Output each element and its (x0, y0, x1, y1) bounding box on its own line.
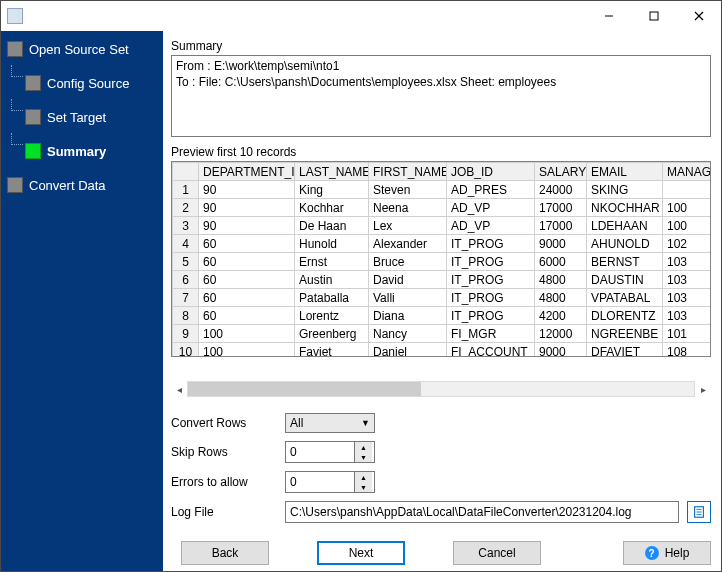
grid-cell[interactable]: 100 (199, 325, 295, 343)
sidebar-item-set-target[interactable]: Set Target (5, 105, 159, 139)
grid-cell[interactable]: Hunold (295, 235, 369, 253)
grid-cell[interactable]: Bruce (369, 253, 447, 271)
scroll-right-icon[interactable]: ▸ (695, 381, 711, 397)
spinner-up-icon[interactable]: ▲ (355, 472, 372, 482)
spinner-down-icon[interactable]: ▼ (355, 482, 372, 492)
grid-header[interactable]: FIRST_NAME (369, 163, 447, 181)
grid-cell[interactable]: DLORENTZ (587, 307, 663, 325)
grid-cell[interactable]: 60 (199, 271, 295, 289)
sidebar-item-convert-data[interactable]: Convert Data (5, 173, 159, 207)
grid-cell[interactable]: Greenberg (295, 325, 369, 343)
convert-rows-select[interactable]: All ▼ (285, 413, 375, 433)
grid-horizontal-scrollbar[interactable]: ◂ ▸ (171, 381, 711, 397)
grid-cell[interactable]: Pataballa (295, 289, 369, 307)
grid-cell[interactable]: Valli (369, 289, 447, 307)
grid-cell[interactable]: 60 (199, 235, 295, 253)
grid-header[interactable]: LAST_NAME (295, 163, 369, 181)
grid-cell[interactable]: AHUNOLD (587, 235, 663, 253)
grid-cell[interactable]: AD_PRES (447, 181, 535, 199)
grid-cell[interactable]: 4800 (535, 271, 587, 289)
grid-cell[interactable]: SKING (587, 181, 663, 199)
errors-input[interactable] (286, 472, 354, 492)
grid-cell[interactable]: 60 (199, 253, 295, 271)
grid-cell[interactable]: 102 (663, 235, 712, 253)
table-row[interactable]: 760PataballaValliIT_PROG4800VPATABAL103 (173, 289, 712, 307)
grid-cell[interactable]: 12000 (535, 325, 587, 343)
cancel-button[interactable]: Cancel (453, 541, 541, 565)
grid-cell[interactable]: Lorentz (295, 307, 369, 325)
grid-cell[interactable]: Diana (369, 307, 447, 325)
grid-cell[interactable]: 17000 (535, 199, 587, 217)
errors-spinner[interactable]: ▲ ▼ (285, 471, 375, 493)
grid-cell[interactable]: DAUSTIN (587, 271, 663, 289)
window-maximize-button[interactable] (631, 1, 676, 31)
grid-cell[interactable]: IT_PROG (447, 253, 535, 271)
window-minimize-button[interactable] (586, 1, 631, 31)
grid-header[interactable]: DEPARTMENT_ID (199, 163, 295, 181)
grid-cell[interactable]: IT_PROG (447, 271, 535, 289)
table-row[interactable]: 860LorentzDianaIT_PROG4200DLORENTZ103 (173, 307, 712, 325)
spinner-down-icon[interactable]: ▼ (355, 452, 372, 462)
grid-cell[interactable]: 103 (663, 307, 712, 325)
grid-cell[interactable]: AD_VP (447, 217, 535, 235)
grid-cell[interactable]: DFAVIET (587, 343, 663, 357)
grid-cell[interactable]: 60 (199, 307, 295, 325)
grid-cell[interactable]: AD_VP (447, 199, 535, 217)
grid-header[interactable]: EMAIL (587, 163, 663, 181)
grid-cell[interactable]: FI_ACCOUNT (447, 343, 535, 357)
sidebar-item-open-source-set[interactable]: Open Source Set (5, 37, 159, 71)
table-row[interactable]: 10100FavietDanielFI_ACCOUNT9000DFAVIET10… (173, 343, 712, 357)
grid-cell[interactable]: IT_PROG (447, 289, 535, 307)
grid-cell[interactable]: Neena (369, 199, 447, 217)
grid-cell[interactable]: 108 (663, 343, 712, 357)
open-log-button[interactable] (687, 501, 711, 523)
grid-cell[interactable]: 9000 (535, 235, 587, 253)
table-row[interactable]: 660AustinDavidIT_PROG4800DAUSTIN103 (173, 271, 712, 289)
table-row[interactable]: 290KochharNeenaAD_VP17000NKOCHHAR100 (173, 199, 712, 217)
next-button[interactable]: Next (317, 541, 405, 565)
grid-cell[interactable]: 4200 (535, 307, 587, 325)
grid-cell[interactable]: Alexander (369, 235, 447, 253)
grid-cell[interactable]: Steven (369, 181, 447, 199)
grid-cell[interactable]: IT_PROG (447, 235, 535, 253)
grid-cell[interactable]: 6000 (535, 253, 587, 271)
grid-cell[interactable]: Ernst (295, 253, 369, 271)
grid-cell[interactable]: 4800 (535, 289, 587, 307)
grid-cell[interactable]: 90 (199, 217, 295, 235)
grid-cell[interactable]: 90 (199, 181, 295, 199)
grid-cell[interactable]: King (295, 181, 369, 199)
grid-cell[interactable]: Nancy (369, 325, 447, 343)
grid-cell[interactable]: 103 (663, 253, 712, 271)
summary-text[interactable]: From : E:\work\temp\semi\nto1 To : File:… (171, 55, 711, 137)
grid-cell[interactable]: NKOCHHAR (587, 199, 663, 217)
table-row[interactable]: 460HunoldAlexanderIT_PROG9000AHUNOLD102 (173, 235, 712, 253)
grid-cell[interactable]: NGREENBE (587, 325, 663, 343)
grid-cell[interactable]: Austin (295, 271, 369, 289)
grid-cell[interactable]: IT_PROG (447, 307, 535, 325)
sidebar-item-config-source[interactable]: Config Source (5, 71, 159, 105)
window-close-button[interactable] (676, 1, 721, 31)
back-button[interactable]: Back (181, 541, 269, 565)
scroll-left-icon[interactable]: ◂ (171, 381, 187, 397)
help-button[interactable]: ? Help (623, 541, 711, 565)
grid-cell[interactable]: FI_MGR (447, 325, 535, 343)
table-row[interactable]: 9100GreenbergNancyFI_MGR12000NGREENBE101 (173, 325, 712, 343)
grid-header[interactable]: MANAG (663, 163, 712, 181)
grid-cell[interactable]: Lex (369, 217, 447, 235)
grid-cell[interactable]: Faviet (295, 343, 369, 357)
skip-rows-input[interactable] (286, 442, 354, 462)
preview-grid[interactable]: DEPARTMENT_ID LAST_NAME FIRST_NAME JOB_I… (171, 161, 711, 357)
grid-cell[interactable]: De Haan (295, 217, 369, 235)
spinner-up-icon[interactable]: ▲ (355, 442, 372, 452)
grid-cell[interactable]: Kochhar (295, 199, 369, 217)
grid-cell[interactable]: VPATABAL (587, 289, 663, 307)
grid-cell[interactable]: 17000 (535, 217, 587, 235)
grid-cell[interactable]: BERNST (587, 253, 663, 271)
grid-cell[interactable]: David (369, 271, 447, 289)
grid-cell[interactable]: 100 (663, 199, 712, 217)
sidebar-item-summary[interactable]: Summary (5, 139, 159, 173)
grid-cell[interactable]: 90 (199, 199, 295, 217)
grid-cell[interactable]: 103 (663, 271, 712, 289)
skip-rows-spinner[interactable]: ▲ ▼ (285, 441, 375, 463)
grid-header[interactable]: JOB_ID (447, 163, 535, 181)
